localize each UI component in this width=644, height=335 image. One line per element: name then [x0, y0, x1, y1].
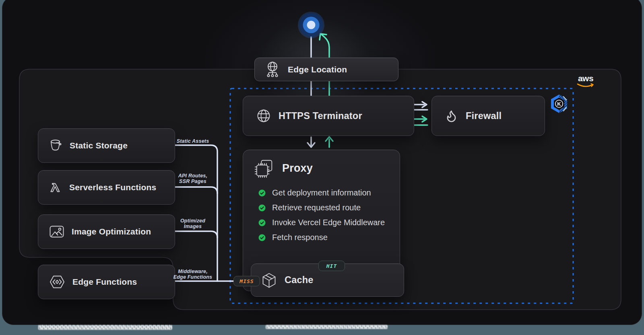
firewall-label: Firewall — [466, 111, 502, 121]
flame-icon — [445, 109, 458, 123]
proxy-step-label: Fetch response — [272, 233, 328, 242]
miss-badge: MISS — [233, 276, 260, 286]
proxy-step-label: Retrieve requested route — [272, 203, 361, 212]
check-circle-icon — [258, 204, 266, 212]
check-circle-icon — [258, 234, 266, 241]
edge-functions-label: Edge Functions — [72, 277, 137, 287]
edge-functions-icon — [50, 275, 65, 289]
globe-network-icon — [265, 61, 280, 78]
check-circle-icon — [258, 189, 266, 197]
flow-label-api-routes: API Routes, SSR Pages — [163, 173, 223, 184]
flow-label-optimized-images: Optimized Images — [163, 218, 223, 229]
node-serverless-functions: Serverless Functions — [38, 170, 175, 205]
image-optimization-label: Image Optimization — [72, 227, 151, 236]
serverless-functions-label: Serverless Functions — [69, 183, 156, 192]
edge-network-diagram: Edge Location HTTPS Terminator Firewall — [0, 0, 644, 335]
proxy-label: Proxy — [282, 162, 313, 175]
globe-icon — [257, 109, 270, 123]
static-storage-label: Static Storage — [70, 141, 128, 150]
lambda-icon — [50, 181, 62, 193]
check-circle-icon — [258, 219, 266, 226]
node-firewall: Firewall — [431, 96, 545, 136]
proxy-step-label: Invoke Vercel Edge Middleware — [272, 218, 385, 227]
image-icon — [50, 226, 64, 238]
proxy-step: Retrieve requested route — [258, 203, 400, 212]
proxy-step: Get deployment information — [258, 188, 400, 197]
k-logo-letter: K — [557, 101, 561, 107]
node-image-optimization: Image Optimization — [38, 214, 175, 249]
k-hexagon-logo: K — [550, 94, 568, 115]
cache-label: Cache — [285, 275, 314, 286]
blurred-caption-center — [266, 325, 388, 329]
proxy-step: Invoke Vercel Edge Middleware — [258, 218, 400, 227]
proxy-step-label: Get deployment information — [272, 188, 371, 197]
proxy-step: Fetch response — [258, 233, 400, 242]
flow-label-middleware: Middleware, Edge Functions — [163, 269, 223, 280]
node-edge-location: Edge Location — [254, 58, 398, 81]
node-edge-functions: Edge Functions — [38, 265, 175, 299]
bucket-icon — [50, 139, 62, 152]
node-static-storage: Static Storage — [38, 128, 175, 163]
aws-smile-icon — [576, 83, 595, 88]
package-icon — [262, 272, 277, 288]
proxy-steps: Get deployment information Retrieve requ… — [243, 188, 400, 242]
edge-location-label: Edge Location — [288, 65, 347, 74]
node-https-terminator: HTTPS Terminator — [243, 96, 414, 136]
aws-logo-text: aws — [576, 74, 596, 83]
flow-label-static-assets: Static Assets — [163, 138, 223, 144]
blurred-caption-left — [38, 325, 172, 330]
chip-icon — [254, 158, 275, 179]
https-terminator-label: HTTPS Terminator — [279, 111, 362, 121]
hit-badge: HIT — [318, 261, 345, 271]
aws-logo: aws — [576, 74, 596, 90]
